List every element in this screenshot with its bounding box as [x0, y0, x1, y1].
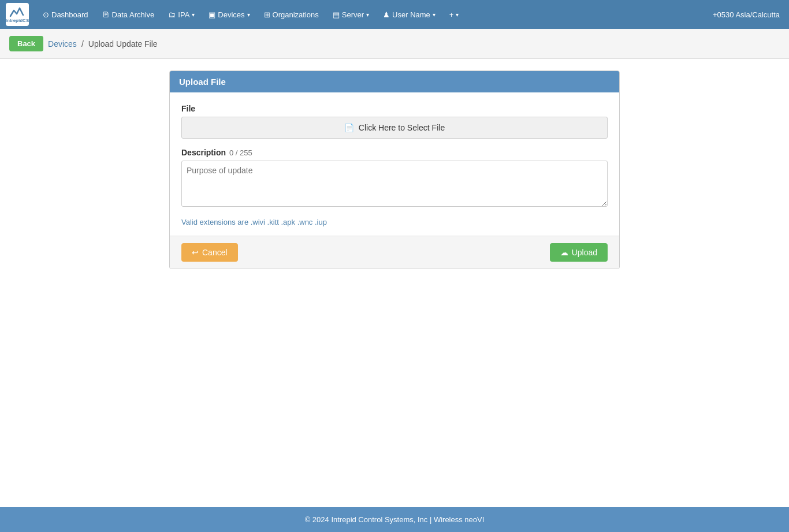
- breadcrumb-current-page: Upload Update File: [88, 39, 158, 49]
- main-content: Upload File File 📄 Click Here to Select …: [0, 59, 789, 507]
- breadcrumb-separator: /: [81, 39, 84, 49]
- valid-extensions-info: Valid extensions are .wivi .kitt .apk .w…: [181, 218, 608, 226]
- server-caret: ▾: [366, 12, 369, 18]
- ipa-caret: ▾: [192, 12, 195, 18]
- upload-card-header: Upload File: [170, 71, 619, 92]
- user-caret: ▾: [433, 12, 436, 18]
- file-section: File 📄 Click Here to Select File: [181, 104, 608, 139]
- description-label-text: Description: [181, 148, 226, 157]
- description-label-row: Description 0 / 255: [181, 148, 608, 157]
- description-char-count: 0 / 255: [229, 148, 252, 157]
- file-label: File: [181, 104, 608, 113]
- nav-server[interactable]: ▤ Server ▾: [327, 7, 375, 23]
- navbar: IntrepidCS ⊙ Dashboard 🖹 Data Archive 🗂 …: [0, 0, 789, 29]
- upload-button[interactable]: ☁ Upload: [550, 243, 608, 262]
- file-icon: 📄: [344, 123, 354, 132]
- upload-icon: ☁: [560, 248, 568, 257]
- file-select-button[interactable]: 📄 Click Here to Select File: [181, 117, 608, 139]
- timezone-display: +0530 Asia/Calcutta: [713, 10, 783, 19]
- app-logo: IntrepidCS: [6, 3, 29, 26]
- nav-ipa[interactable]: 🗂 IPA ▾: [162, 7, 200, 23]
- upload-card-footer: ↩ Cancel ☁ Upload: [170, 236, 619, 269]
- back-button[interactable]: Back: [9, 36, 43, 51]
- organizations-icon: ⊞: [264, 10, 270, 19]
- nav-user[interactable]: ♟ User Name ▾: [377, 7, 441, 23]
- nav-data-archive[interactable]: 🖹 Data Archive: [96, 7, 161, 23]
- devices-icon: ▣: [209, 10, 215, 19]
- upload-card: Upload File File 📄 Click Here to Select …: [169, 70, 620, 269]
- dashboard-icon: ⊙: [43, 10, 49, 19]
- description-textarea[interactable]: [181, 161, 608, 207]
- upload-card-body: File 📄 Click Here to Select File Descrip…: [170, 92, 619, 226]
- page-footer: © 2024 Intrepid Control Systems, Inc | W…: [0, 507, 789, 532]
- footer-text: © 2024 Intrepid Control Systems, Inc | W…: [305, 515, 485, 524]
- data-archive-icon: 🖹: [102, 10, 110, 19]
- user-icon: ♟: [383, 10, 390, 19]
- server-icon: ▤: [333, 10, 340, 19]
- app-logo-text: IntrepidCS: [6, 18, 29, 23]
- upload-card-title: Upload File: [179, 77, 226, 87]
- brand: IntrepidCS: [6, 3, 29, 26]
- plus-caret: ▾: [456, 12, 459, 18]
- breadcrumb-bar: Back Devices / Upload Update File: [0, 29, 789, 59]
- description-section: Description 0 / 255: [181, 148, 608, 209]
- cancel-button[interactable]: ↩ Cancel: [181, 243, 238, 262]
- devices-caret: ▾: [247, 12, 250, 18]
- breadcrumb-devices-link[interactable]: Devices: [48, 39, 77, 49]
- extensions-list: .wivi .kitt .apk .wnc .iup: [251, 218, 327, 226]
- nav-organizations[interactable]: ⊞ Organizations: [258, 7, 325, 23]
- cancel-icon: ↩: [192, 248, 199, 257]
- ipa-icon: 🗂: [168, 10, 176, 19]
- nav-dashboard[interactable]: ⊙ Dashboard: [37, 7, 94, 23]
- nav-plus[interactable]: + ▾: [444, 7, 465, 23]
- nav-devices[interactable]: ▣ Devices ▾: [203, 7, 255, 23]
